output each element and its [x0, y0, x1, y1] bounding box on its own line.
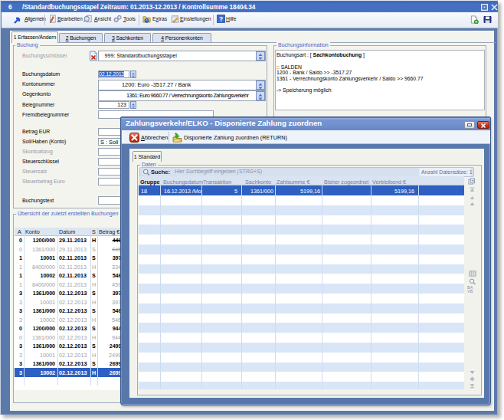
- svg-text:?: ?: [219, 15, 223, 23]
